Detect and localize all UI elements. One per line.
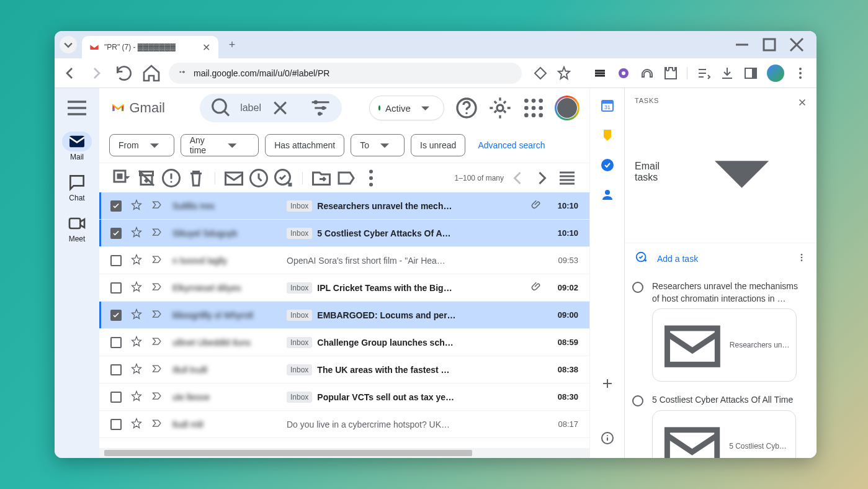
downloads-icon[interactable] xyxy=(720,66,735,81)
browser-tab[interactable]: "PR" (7) - ▓▓▓▓▓▓▓ ✕ xyxy=(82,36,218,58)
tasks-close-icon[interactable] xyxy=(797,97,808,110)
filter-unread[interactable]: Is unread xyxy=(411,134,465,156)
task-email-link[interactable]: Researchers unravel the mechani… xyxy=(652,308,797,382)
snooze-icon[interactable] xyxy=(248,167,270,189)
prev-page-icon[interactable] xyxy=(506,167,529,189)
star-icon[interactable] xyxy=(130,199,143,213)
tab-close-icon[interactable]: ✕ xyxy=(201,42,211,52)
search-options-icon[interactable] xyxy=(309,94,332,122)
task-complete-circle[interactable] xyxy=(632,395,643,406)
home-button[interactable] xyxy=(141,63,161,83)
task-email-link[interactable]: 5 Costliest Cyber Attacks Of All Ti… xyxy=(652,410,796,458)
email-row[interactable]: n lsoovd lagllyOpenAI Sora's first short… xyxy=(99,247,589,274)
advanced-search-link[interactable]: Advanced search xyxy=(478,140,545,150)
status-pill[interactable]: Active xyxy=(369,96,444,120)
important-icon[interactable] xyxy=(151,335,164,350)
email-row[interactable]: Slituyel SduguybInbox5 Costliest Cyber A… xyxy=(99,220,589,247)
forward-button[interactable] xyxy=(87,63,107,83)
email-row[interactable]: lludl mlilDo you live in a cybercrime ho… xyxy=(99,411,589,438)
contacts-icon[interactable] xyxy=(600,187,615,202)
important-icon[interactable] xyxy=(151,253,164,268)
important-icon[interactable] xyxy=(151,199,164,213)
tasks-sidebar-icon[interactable] xyxy=(600,158,615,173)
add-task-row[interactable]: Add a task xyxy=(625,243,817,274)
filter-attachment[interactable]: Has attachment xyxy=(265,134,344,156)
important-icon[interactable] xyxy=(151,280,164,295)
row-checkbox[interactable] xyxy=(110,337,122,348)
important-icon[interactable] xyxy=(151,390,164,405)
extension-2-icon[interactable] xyxy=(616,66,631,81)
back-button[interactable] xyxy=(60,63,79,83)
extension-1-icon[interactable] xyxy=(593,66,607,81)
task-item[interactable]: 5 Costliest Cyber Attacks Of All Time5 C… xyxy=(625,388,817,458)
calendar-icon[interactable]: 31 xyxy=(600,98,615,113)
task-complete-circle[interactable] xyxy=(632,282,643,293)
horizontal-scrollbar[interactable] xyxy=(99,448,589,458)
star-icon[interactable] xyxy=(130,308,143,323)
sidepanel-icon[interactable] xyxy=(743,66,758,81)
minimize-button[interactable] xyxy=(735,37,749,52)
gmail-logo[interactable]: Gmail xyxy=(112,100,165,116)
row-checkbox[interactable] xyxy=(110,364,122,375)
new-tab-button[interactable]: + xyxy=(223,36,241,53)
tasks-menu-icon[interactable] xyxy=(797,253,807,265)
support-icon[interactable] xyxy=(454,96,479,120)
site-info-icon[interactable] xyxy=(177,67,187,79)
row-checkbox[interactable] xyxy=(110,310,122,321)
rail-meet[interactable]: Meet xyxy=(62,213,92,243)
email-row[interactable]: Sultllis IresInboxResearchers unravel th… xyxy=(99,192,589,220)
row-checkbox[interactable] xyxy=(110,200,122,212)
email-row[interactable]: ullinet Ubeddld tlunsInboxChallenge Grou… xyxy=(99,329,589,356)
email-list[interactable]: Sultllis IresInboxResearchers unravel th… xyxy=(99,192,589,448)
email-row[interactable]: liilioogrtllly ol WhyrotlInboxEMBARGOED:… xyxy=(99,302,589,329)
filter-to[interactable]: To xyxy=(351,134,405,156)
star-icon[interactable] xyxy=(130,390,143,405)
chrome-menu-icon[interactable] xyxy=(793,66,808,81)
row-checkbox[interactable] xyxy=(110,255,122,266)
label-icon[interactable] xyxy=(335,167,357,189)
select-checkbox[interactable] xyxy=(110,167,133,189)
maximize-button[interactable] xyxy=(762,37,777,52)
move-icon[interactable] xyxy=(310,167,333,189)
account-avatar[interactable] xyxy=(555,96,579,120)
density-icon[interactable] xyxy=(556,167,578,189)
filter-from[interactable]: From xyxy=(109,134,174,156)
star-icon[interactable] xyxy=(130,253,143,268)
star-icon[interactable] xyxy=(130,335,143,350)
email-row[interactable]: ule lleooeInboxPopular VCTs sell out as … xyxy=(99,384,589,411)
tasks-list-dropdown[interactable]: Email tasks xyxy=(635,107,807,236)
rail-chat[interactable]: Chat xyxy=(62,173,92,202)
add-panel-icon[interactable] xyxy=(600,376,615,391)
filter-anytime[interactable]: Any time xyxy=(181,134,259,156)
chrome-profile-avatar[interactable] xyxy=(767,65,784,82)
media-icon[interactable] xyxy=(696,66,711,81)
rail-mail[interactable]: Mail xyxy=(62,132,92,161)
spam-icon[interactable] xyxy=(160,167,182,189)
keep-icon[interactable] xyxy=(600,128,615,143)
email-row[interactable]: Elkyrniesel diliyesInboxIPL Cricket Team… xyxy=(99,274,589,302)
task-item[interactable]: Researchers unravel the mechanisms of ho… xyxy=(625,274,817,388)
extensions-puzzle-icon[interactable] xyxy=(663,66,678,81)
bookmark-star-icon[interactable] xyxy=(557,66,571,81)
apps-icon[interactable] xyxy=(521,96,546,120)
menu-icon[interactable] xyxy=(65,96,89,120)
clear-search-icon[interactable] xyxy=(269,94,292,122)
reload-button[interactable] xyxy=(114,63,134,83)
search-pill[interactable]: label xyxy=(200,94,342,122)
row-checkbox[interactable] xyxy=(110,419,122,430)
more-icon[interactable] xyxy=(360,167,382,189)
extension-3-icon[interactable] xyxy=(640,66,655,81)
delete-icon[interactable] xyxy=(185,167,207,189)
important-icon[interactable] xyxy=(151,226,164,241)
next-page-icon[interactable] xyxy=(531,167,553,189)
mark-read-icon[interactable] xyxy=(223,167,245,189)
star-icon[interactable] xyxy=(130,417,143,432)
lens-icon[interactable] xyxy=(533,66,548,81)
important-icon[interactable] xyxy=(151,308,164,323)
email-row[interactable]: Illull lnulllInboxThe UK areas with the … xyxy=(99,356,589,384)
settings-icon[interactable] xyxy=(488,96,512,120)
important-icon[interactable] xyxy=(151,362,164,377)
archive-icon[interactable] xyxy=(135,167,158,189)
star-icon[interactable] xyxy=(130,280,143,295)
row-checkbox[interactable] xyxy=(110,392,122,403)
